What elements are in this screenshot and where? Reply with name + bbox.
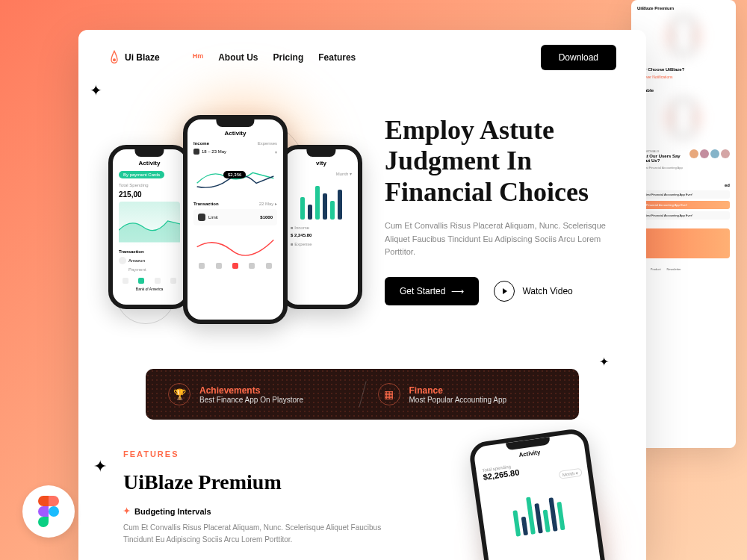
side-why-title: Why Choose UiBlaze? [637, 67, 730, 72]
svg-point-1 [49, 506, 59, 517]
side-preview: UiBlaze Premium Why Choose UiBlaze? ● Cl… [631, 0, 736, 448]
finance-icon: ▦ [378, 383, 400, 405]
phone-mockup-right: vity Month ▾ ■ Income $ 2,245.80 ■ E [280, 145, 362, 309]
sparkle-small-icon: ✦ [123, 506, 130, 516]
play-icon [494, 281, 515, 302]
features-subtitle: ✦ Budgeting Intervals [123, 506, 407, 516]
figma-icon [38, 496, 59, 527]
arrow-right-icon: ⟶ [451, 286, 464, 296]
nav-about[interactable]: About Us [218, 52, 258, 63]
sparkle-icon: ✦ [599, 355, 609, 369]
side-cta-banner [637, 228, 730, 258]
logo[interactable]: Ui Blaze [108, 50, 160, 65]
features-label: FEATURES [123, 449, 407, 458]
nav-links: Hm About Us Pricing Features [193, 52, 356, 63]
svg-point-0 [113, 58, 116, 61]
side-premium-title: UiBlaze Premium [637, 6, 730, 10]
achievement-item: 🏆 Achievements Best Finance App On Plays… [168, 383, 347, 405]
hero-headline: Employ Astute Judgment In Financial Choi… [385, 115, 616, 208]
features-section: ✦ FEATURES UiBlaze Premium ✦ Budgeting I… [78, 435, 646, 560]
figma-badge[interactable] [22, 485, 75, 538]
hero-content: Employ Astute Judgment In Financial Choi… [385, 100, 616, 332]
trophy-icon: 🏆 [168, 383, 190, 405]
phone-mockup-center: Activity Income Expenses 18 – 23 May ▾ [183, 115, 288, 324]
hero-subtext: Cum Et Convallis Risus Placerat Aliquam,… [385, 220, 616, 259]
side-card: TheBest Financial Accounting App Ever! [637, 190, 730, 199]
sparkle-icon: ✦ [93, 457, 107, 476]
hero-section: ✦ ✦ Activity By payment Cards Total Spen… [78, 85, 646, 354]
main-landing-page: Ui Blaze Hm About Us Pricing Features Do… [78, 30, 646, 560]
nav-features[interactable]: Features [318, 52, 356, 63]
achievement-item: ▦ Finance Most Popular Accounting App [378, 383, 557, 405]
side-custom: mizable [637, 88, 730, 93]
watch-video-button[interactable]: Watch Video [494, 281, 572, 302]
download-button[interactable]: Download [541, 45, 616, 70]
flame-icon [108, 50, 120, 65]
nav-pricing[interactable]: Pricing [273, 52, 304, 63]
features-phone-mockup: Activity Total spending $2,265.80 Month … [468, 427, 615, 560]
side-notif: ● Clever Notifications [637, 75, 730, 79]
phone-mockup-left: Activity By payment Cards Total Spending… [108, 145, 190, 309]
achievements-bar: 🏆 Achievements Best Finance App On Plays… [146, 369, 579, 420]
hero-phones: Activity By payment Cards Total Spending… [108, 100, 362, 332]
navbar: Ui Blaze Hm About Us Pricing Features Do… [78, 30, 646, 85]
side-card: TheBest Financial Accounting App Ever! [637, 211, 730, 220]
brand-name: Ui Blaze [125, 52, 160, 63]
get-started-button[interactable]: Get Started ⟶ [385, 277, 479, 305]
nav-home[interactable]: Hm [193, 52, 204, 63]
features-text: Cum Et Convallis Risus Placerat Aliquam,… [123, 522, 407, 546]
side-card-highlight: Best Financial Accounting App Ever! [637, 201, 730, 209]
features-title: UiBlaze Premium [123, 470, 407, 494]
sparkle-icon: ✦ [90, 81, 102, 99]
